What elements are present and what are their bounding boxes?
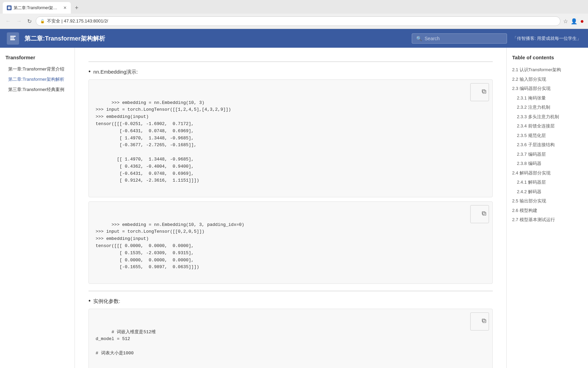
reload-button[interactable]: ↻ (26, 17, 33, 26)
extension-icon[interactable]: ● (580, 18, 584, 25)
code-block-3: # 词嵌入维度是512维 d_model = 512 # 词表大小是1000 (88, 309, 493, 368)
toc-item-3[interactable]: 2.3.1 掩码张量 (512, 93, 583, 103)
toc-item-12[interactable]: 2.4.1 解码器层 (512, 178, 583, 187)
bullet-item-1: • nn.Embedding演示: (88, 69, 493, 75)
toc-item-16[interactable]: 2.7 模型基本测试运行 (512, 215, 583, 225)
svg-rect-8 (483, 320, 486, 323)
bullet-label-1: nn.Embedding演示: (93, 69, 138, 75)
svg-rect-9 (482, 319, 485, 322)
toc-item-15[interactable]: 2.6 模型构建 (512, 206, 583, 215)
active-tab[interactable]: 第二章:Transformer架构解析 - ✕ (3, 2, 71, 14)
top-divider (88, 61, 493, 62)
code-block-1: >>> embedding = nn.Embedding(10, 3) >>> … (88, 79, 493, 197)
main-layout: Transformer 第一章:Transformer背景介绍 第二章:Tran… (0, 48, 588, 368)
svg-rect-0 (8, 6, 11, 9)
toc-item-6[interactable]: 2.3.4 前馈全连接层 (512, 121, 583, 131)
bullet-label-2: 实例化参数: (93, 298, 120, 305)
svg-rect-1 (10, 36, 16, 37)
code-content-2: >>> embedding = nn.Embedding(10, 3, padd… (96, 222, 244, 270)
search-placeholder: Search (425, 36, 440, 41)
toc-item-8[interactable]: 2.3.6 子层连接结构 (512, 140, 583, 150)
toc-item-1[interactable]: 2.2 输入部分实现 (512, 75, 583, 84)
app-header: 第二章:Transformer架构解析 🔍 Search 「传智播客: 用爱成就… (0, 29, 588, 48)
search-box[interactable]: 🔍 Search (412, 33, 507, 44)
svg-rect-3 (10, 39, 15, 40)
page-title: 第二章:Transformer架构解析 (24, 34, 406, 43)
copy-button-1[interactable] (470, 83, 489, 101)
security-icon: 🔓 (40, 19, 45, 24)
toc-item-11[interactable]: 2.4 解码器部分实现 (512, 168, 583, 178)
bullet-icon-1: • (88, 68, 91, 75)
tab-bar: 第二章:Transformer架构解析 - ✕ + (0, 0, 588, 14)
toc-item-9[interactable]: 2.3.7 编码器层 (512, 150, 583, 159)
toc-item-0[interactable]: 2.1 认识Transformer架构 (512, 65, 583, 75)
svg-rect-4 (483, 90, 486, 93)
search-icon: 🔍 (416, 36, 422, 41)
table-of-contents: Table of contents 2.1 认识Transformer架构2.2… (506, 48, 588, 368)
toc-item-7[interactable]: 2.3.5 规范化层 (512, 131, 583, 140)
svg-rect-6 (483, 212, 486, 215)
sidebar-title: Transformer (5, 55, 69, 60)
tab-title: 第二章:Transformer架构解析 - (14, 5, 60, 11)
sidebar-item-chapter1[interactable]: 第一章:Transformer背景介绍 (5, 64, 69, 74)
forward-button[interactable]: → (15, 17, 23, 26)
code-block-2: >>> embedding = nn.Embedding(10, 3, padd… (88, 201, 493, 284)
bullet-item-2: • 实例化参数: (88, 298, 493, 305)
toc-item-10[interactable]: 2.3.8 编码器 (512, 159, 583, 168)
bookmark-icon[interactable]: ☆ (563, 18, 568, 25)
svg-rect-7 (482, 212, 485, 214)
copy-button-3[interactable] (470, 312, 489, 331)
toc-item-13[interactable]: 2.4.2 解码器 (512, 187, 583, 197)
app-slogan: 「传智播客: 用爱成就每一位学生」 (512, 35, 581, 42)
app-logo (7, 32, 19, 45)
code-content-1: >>> embedding = nn.Embedding(10, 3) >>> … (96, 100, 231, 183)
toc-item-14[interactable]: 2.5 输出部分实现 (512, 196, 583, 206)
address-bar[interactable]: 🔓 不安全 | 47.92.175.143:8001/2/ (36, 16, 560, 26)
nav-bar: ← → ↻ 🔓 不安全 | 47.92.175.143:8001/2/ ☆ 👤 … (0, 14, 588, 29)
main-content: • nn.Embedding演示: >>> embedding = nn.Emb… (75, 48, 506, 368)
middle-divider (88, 291, 493, 291)
browser-chrome: 第二章:Transformer架构解析 - ✕ + ← → ↻ 🔓 不安全 | … (0, 0, 588, 29)
svg-rect-2 (10, 37, 14, 39)
toc-item-4[interactable]: 2.3.2 注意力机制 (512, 103, 583, 112)
svg-rect-5 (482, 90, 485, 92)
toc-item-5[interactable]: 2.3.3 多头注意力机制 (512, 112, 583, 122)
toc-items-container: 2.1 认识Transformer架构2.2 输入部分实现2.3 编码器部分实现… (512, 65, 583, 225)
sidebar: Transformer 第一章:Transformer背景介绍 第二章:Tran… (0, 48, 75, 368)
sidebar-item-chapter2[interactable]: 第二章:Transformer架构解析 (5, 75, 69, 84)
copy-button-2[interactable] (470, 205, 489, 223)
back-button[interactable]: ← (4, 17, 12, 26)
sidebar-item-chapter3[interactable]: 第三章:Transformer经典案例 (5, 85, 69, 94)
new-tab-button[interactable]: + (72, 3, 81, 13)
tab-favicon (7, 5, 12, 10)
address-text: 不安全 | 47.92.175.143:8001/2/ (47, 18, 108, 24)
tab-close-button[interactable]: ✕ (63, 5, 67, 10)
code-content-3: # 词嵌入维度是512维 d_model = 512 # 词表大小是1000 (96, 329, 156, 356)
toc-item-2[interactable]: 2.3 编码器部分实现 (512, 84, 583, 93)
profile-icon[interactable]: 👤 (571, 18, 577, 25)
bullet-icon-2: • (88, 297, 91, 305)
toc-title: Table of contents (512, 55, 583, 60)
